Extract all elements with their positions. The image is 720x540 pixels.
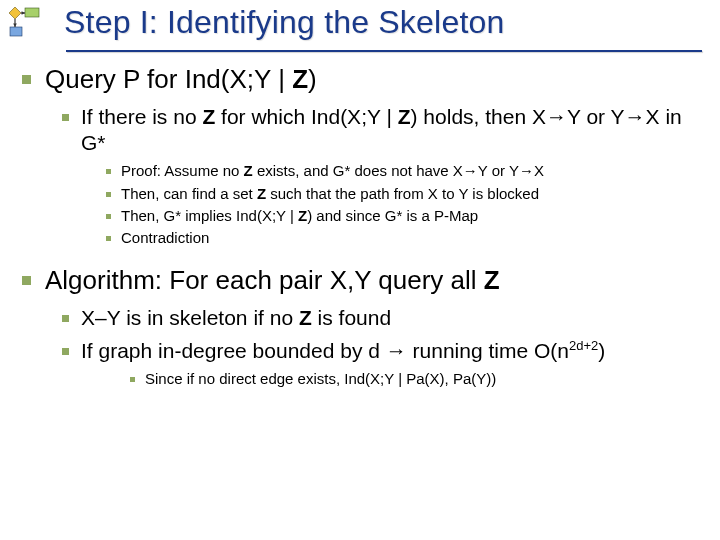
bullet-proof-line-1: Proof: Assume no Z exists, and G* does n… xyxy=(106,161,698,181)
bullet-query: Query P for Ind(X;Y | Z) xyxy=(22,63,698,96)
svg-marker-0 xyxy=(9,7,21,19)
title-underline xyxy=(66,50,702,52)
bullet-running-time: If graph in-degree bounded by d → runnin… xyxy=(62,338,698,365)
svg-rect-2 xyxy=(10,27,22,36)
bullet-icon xyxy=(22,276,31,285)
slide-body: Query P for Ind(X;Y | Z) If there is no … xyxy=(0,41,720,389)
bullet-icon xyxy=(62,315,69,322)
bullet-icon xyxy=(62,114,69,121)
bullet-icon xyxy=(22,75,31,84)
bullet-if-no-z: If there is no Z for which Ind(X;Y | Z) … xyxy=(62,104,698,158)
flowchart-logo xyxy=(8,5,44,41)
bullet-skeleton-condition: X–Y is in skeleton if no Z is found xyxy=(62,305,698,332)
svg-rect-1 xyxy=(25,8,39,17)
bullet-icon xyxy=(106,236,111,241)
slide-title: Step I: Identifying the Skeleton xyxy=(64,4,702,41)
bullet-icon xyxy=(106,214,111,219)
bullet-proof-line-2: Then, can find a set Z such that the pat… xyxy=(106,184,698,204)
svg-marker-6 xyxy=(13,23,17,26)
bullet-icon xyxy=(106,169,111,174)
bullet-icon xyxy=(130,377,135,382)
bullet-proof-line-3: Then, G* implies Ind(X;Y | Z) and since … xyxy=(106,206,698,226)
bullet-proof-line-4: Contradiction xyxy=(106,228,698,248)
bullet-icon xyxy=(62,348,69,355)
bullet-since-no-edge: Since if no direct edge exists, Ind(X;Y … xyxy=(130,369,698,389)
svg-marker-5 xyxy=(22,11,25,15)
bullet-icon xyxy=(106,192,111,197)
bullet-algorithm: Algorithm: For each pair X,Y query all Z xyxy=(22,264,698,297)
